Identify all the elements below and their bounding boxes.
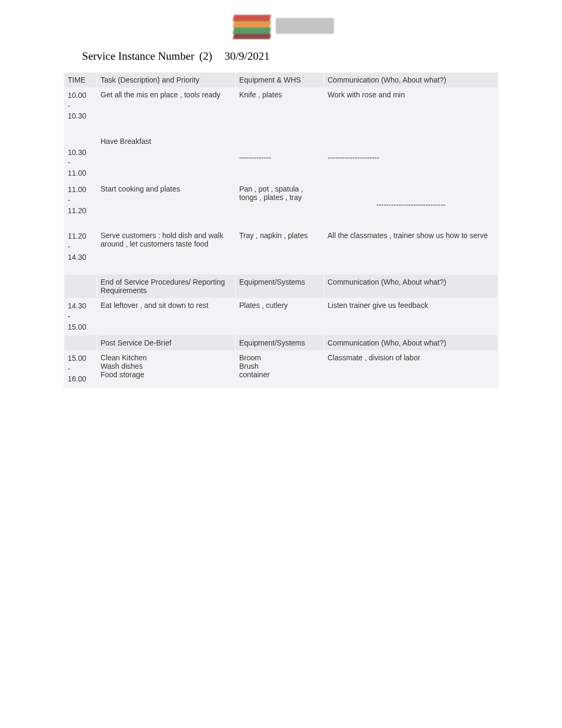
- time-start: 11.20: [68, 232, 86, 240]
- time-start: 10.30: [68, 148, 86, 157]
- subheader-communication: Communication (Who, About what?): [324, 275, 497, 298]
- cell-communication: ----------------------------: [324, 181, 497, 228]
- table-row: 15.00- 16.00 Clean Kitchen Wash dishes F…: [65, 350, 497, 388]
- time-start: 14.30: [68, 302, 86, 310]
- cell-task: Clean Kitchen Wash dishes Food storage: [97, 350, 235, 388]
- subheader-task: Post Service De-Brief: [97, 335, 235, 350]
- page-title: Service Instance Number (2) 30/9/2021: [0, 44, 562, 72]
- cell-equipment: -------------: [236, 134, 323, 181]
- cell-task: Serve customers : hold dish and walk aro…: [97, 228, 235, 275]
- subheader-post-service: Post Service De-Brief Equipment/Systems …: [65, 335, 497, 350]
- work-plan-table: TIME Task (Description) and Priority Equ…: [64, 72, 498, 388]
- time-end: 16.00: [68, 375, 86, 383]
- time-start: 15.00: [68, 354, 86, 362]
- table-header-row: TIME Task (Description) and Priority Equ…: [65, 72, 497, 87]
- cell-communication: Listen trainer give us feedback: [324, 298, 497, 335]
- table-row: 11.20- 14.30 Serve customers : hold dish…: [65, 228, 497, 275]
- cell-time-blank: [65, 335, 96, 350]
- cell-task: Get all the mis en place , tools ready: [97, 87, 235, 134]
- time-end: 11.00: [68, 169, 86, 177]
- logo-image: [223, 11, 339, 42]
- table-row: 14.30- 15.00 Eat leftover , and sit down…: [65, 298, 497, 335]
- cell-equipment: Pan , pot , spatula , tongs , plates , t…: [236, 181, 323, 228]
- table-row: 10.30- 11.00 Have Breakfast ------------…: [65, 134, 497, 181]
- time-end: 11.20: [68, 206, 86, 215]
- subheader-equipment: Equipment/Systems: [236, 335, 323, 350]
- cell-time: 10.00- 10.30: [65, 87, 96, 134]
- cell-time: 11.20- 14.30: [65, 228, 96, 275]
- cell-equipment: Tray , napkin , plates: [236, 228, 323, 275]
- table-row: 10.00- 10.30 Get all the mis en place , …: [65, 87, 497, 134]
- cell-time: 15.00- 16.00: [65, 350, 96, 388]
- cell-equipment: Knife , plates: [236, 87, 323, 134]
- cell-equipment: Broom Brush container: [236, 350, 323, 388]
- document-page: Service Instance Number (2) 30/9/2021 TI…: [0, 0, 562, 388]
- col-header-time: TIME: [65, 72, 96, 87]
- cell-time: 14.30- 15.00: [65, 298, 96, 335]
- document-date: 30/9/2021: [224, 50, 269, 62]
- cell-communication: Classmate , division of labor: [324, 350, 497, 388]
- col-header-equipment: Equipment & WHS: [236, 72, 323, 87]
- cell-equipment: Plates , cutlery: [236, 298, 323, 335]
- cell-time: 10.30- 11.00: [65, 134, 96, 181]
- cell-task: Have Breakfast: [97, 134, 235, 181]
- cell-communication: Work with rose and min: [324, 87, 497, 134]
- instance-number: (2): [200, 50, 213, 62]
- col-header-task: Task (Description) and Priority: [97, 72, 235, 87]
- time-end: 14.30: [68, 253, 86, 261]
- time-start: 10.00: [68, 91, 86, 99]
- cell-equipment-text: Broom Brush container: [239, 353, 270, 379]
- logo-area: [0, 0, 562, 44]
- table-row: 11.00- 11.20 Start cooking and plates Pa…: [65, 181, 497, 228]
- col-header-communication: Communication (Who, About what?): [324, 72, 497, 87]
- subheader-communication: Communication (Who, About what?): [324, 335, 497, 350]
- title-label: Service Instance Number: [82, 50, 194, 62]
- time-end: 10.30: [68, 112, 86, 120]
- time-start: 11.00: [68, 185, 86, 194]
- cell-time: 11.00- 11.20: [65, 181, 96, 228]
- cell-task: Eat leftover , and sit down to rest: [97, 298, 235, 335]
- time-end: 15.00: [68, 323, 86, 331]
- subheader-task: End of Service Procedures/ Reporting Req…: [97, 275, 235, 298]
- cell-time-blank: [65, 275, 96, 298]
- cell-task: Start cooking and plates: [97, 181, 235, 228]
- subheader-equipment: Equipment/Systems: [236, 275, 323, 298]
- cell-task-text: Clean Kitchen Wash dishes Food storage: [101, 353, 147, 379]
- work-plan-table-wrapper: TIME Task (Description) and Priority Equ…: [64, 72, 498, 388]
- subheader-end-of-service: End of Service Procedures/ Reporting Req…: [65, 275, 497, 298]
- cell-communication: ---------------------: [324, 134, 497, 181]
- cell-communication: All the classmates , trainer show us how…: [324, 228, 497, 275]
